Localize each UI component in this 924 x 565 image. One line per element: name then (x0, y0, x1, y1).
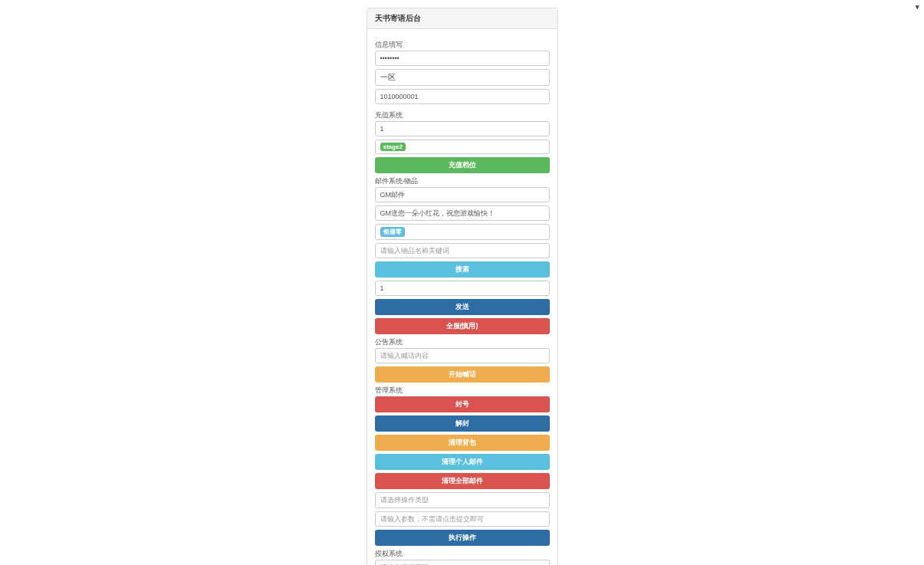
panel-title: 天书寄语后台 (367, 8, 557, 29)
chevron-down-icon: ▾ (916, 3, 919, 11)
admin-panel: 天书寄语后台 信息填写 一区 ▾ 充值系统 stage2 ▾ 充值档位 邮件系统… (367, 8, 558, 565)
recharge-amount-input[interactable] (375, 121, 550, 136)
section-recharge-label: 充值系统 (375, 110, 550, 120)
manage-type-placeholder: 请选择操作类型 (380, 495, 429, 505)
player-id-input[interactable] (375, 89, 550, 104)
clear-all-mail-button[interactable]: 清理全部邮件 (375, 473, 550, 489)
section-info-label: 信息填写 (375, 40, 550, 50)
section-auth-label: 授权系统 (375, 549, 550, 559)
clear-self-mail-button[interactable]: 清理个人邮件 (375, 454, 550, 470)
recharge-tier-select[interactable]: stage2 ▾ (375, 140, 550, 154)
manage-type-select[interactable]: 请选择操作类型 ▾ (375, 492, 550, 508)
manage-param-input[interactable] (375, 511, 550, 527)
recharge-tier-badge: stage2 (380, 143, 406, 151)
chevron-down-icon: ▾ (916, 3, 919, 11)
send-all-button[interactable]: 全服(慎用) (375, 318, 550, 334)
item-search-input[interactable] (375, 243, 550, 258)
announce-button[interactable]: 开始喊话 (375, 366, 550, 383)
mail-item-badge: 银珊零 (380, 227, 405, 237)
announce-input[interactable] (375, 348, 550, 363)
send-mail-button[interactable]: 发送 (375, 299, 550, 315)
recharge-button[interactable]: 充值档位 (375, 157, 550, 173)
ban-button[interactable]: 封号 (375, 396, 550, 412)
auth-password-input[interactable] (375, 560, 550, 565)
execute-button[interactable]: 执行操作 (375, 530, 550, 546)
chevron-down-icon: ▾ (916, 3, 919, 11)
mail-qty-input[interactable] (375, 281, 550, 296)
section-manage-label: 管理系统 (375, 386, 550, 396)
zone-select-value: 一区 (380, 72, 396, 83)
mail-title-input[interactable] (375, 187, 550, 202)
search-button[interactable]: 搜索 (375, 261, 550, 278)
section-announce-label: 公告系统 (375, 337, 550, 347)
mail-item-select[interactable]: 银珊零 ▾ (375, 224, 550, 240)
clear-bag-button[interactable]: 清理背包 (375, 435, 550, 451)
chevron-down-icon: ▾ (916, 3, 919, 11)
unban-button[interactable]: 解封 (375, 416, 550, 432)
password-input[interactable] (375, 51, 550, 66)
panel-body: 信息填写 一区 ▾ 充值系统 stage2 ▾ 充值档位 邮件系统-物品 银珊零… (367, 29, 557, 565)
section-mail-label: 邮件系统-物品 (375, 176, 550, 186)
mail-body-input[interactable] (375, 205, 550, 221)
zone-select[interactable]: 一区 ▾ (375, 69, 550, 86)
